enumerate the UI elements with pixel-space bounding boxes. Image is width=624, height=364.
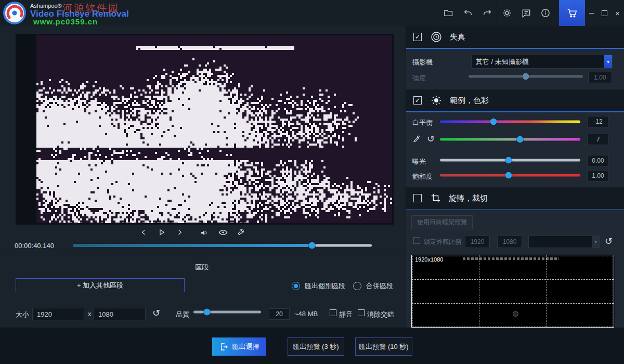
mute-label: 靜音 bbox=[339, 310, 353, 319]
undo-button[interactable] bbox=[458, 0, 477, 26]
cart-button[interactable] bbox=[559, 0, 585, 26]
maximize-icon bbox=[602, 10, 607, 16]
timeline-handle[interactable] bbox=[309, 242, 316, 249]
radio-merge-segments[interactable] bbox=[353, 282, 361, 290]
app-window: Ashampoo® Video Fisheye Removal www.pc03… bbox=[0, 0, 624, 364]
play-button[interactable] bbox=[157, 227, 166, 238]
strength-slider[interactable] bbox=[469, 72, 583, 80]
next-frame-button[interactable] bbox=[175, 227, 184, 238]
tint-slider[interactable] bbox=[440, 135, 580, 143]
volume-button[interactable] bbox=[200, 227, 210, 238]
adjustments-panel: ✓ 失真 攝影機 其它 / 未知攝影機 ▾ 強度 1.00 ✓ bbox=[406, 26, 624, 328]
undo-icon bbox=[463, 8, 473, 18]
feedback-button[interactable] bbox=[516, 0, 536, 26]
crop-height-input[interactable] bbox=[497, 236, 522, 248]
reset-size-icon[interactable]: ↺ bbox=[152, 308, 160, 318]
toolbar: × bbox=[438, 0, 624, 26]
camera-dropdown[interactable]: 其它 / 未知攝影機 ▾ bbox=[471, 55, 613, 69]
lock-aspect-checkbox[interactable] bbox=[413, 237, 420, 244]
grid-line-vertical bbox=[479, 255, 479, 327]
feedback-icon bbox=[521, 8, 531, 18]
resolution-label: 1920x1080 bbox=[413, 256, 445, 263]
radio-export-individual[interactable] bbox=[292, 282, 300, 290]
crop-checkbox[interactable] bbox=[413, 194, 422, 202]
strength-handle[interactable] bbox=[523, 73, 529, 80]
distortion-section-header: ✓ 失真 bbox=[406, 26, 624, 49]
exposure-slider[interactable] bbox=[440, 156, 580, 164]
timeline-slider[interactable] bbox=[73, 241, 372, 249]
crop-preset-dropdown[interactable]: ▾ bbox=[528, 236, 600, 248]
size-label: 大小 bbox=[16, 310, 29, 319]
export-bar: 匯出選擇 匯出預覽 (3 秒) 匯出預覽 (10 秒) bbox=[0, 328, 624, 364]
exposure-handle[interactable] bbox=[505, 157, 512, 163]
saturation-handle[interactable] bbox=[505, 172, 512, 178]
tools-button[interactable] bbox=[237, 227, 246, 238]
sun-icon bbox=[430, 94, 443, 107]
export-mode-radios: 匯出個別區段 合併區段 bbox=[292, 281, 393, 291]
saturation-label: 飽和度 bbox=[412, 172, 433, 181]
video-watermark-strip bbox=[463, 257, 559, 260]
check-icon: ✓ bbox=[415, 97, 420, 104]
strength-label: 強度 bbox=[412, 74, 426, 83]
video-preview-area bbox=[16, 34, 394, 225]
volume-icon bbox=[200, 228, 210, 238]
chevron-left-icon bbox=[139, 228, 149, 237]
gear-icon bbox=[502, 8, 512, 18]
crop-preview[interactable]: 1920x1080 bbox=[411, 255, 614, 328]
distortion-checkbox[interactable]: ✓ bbox=[413, 33, 422, 41]
tint-handle[interactable] bbox=[516, 136, 523, 142]
height-input[interactable] bbox=[94, 308, 146, 320]
export-preview-3s-button[interactable]: 匯出預覽 (3 秒) bbox=[288, 337, 344, 356]
previous-frame-button[interactable] bbox=[139, 227, 149, 238]
add-segment-label: 加入其他區段 bbox=[83, 281, 123, 289]
maximize-button[interactable] bbox=[598, 0, 611, 26]
deinterlace-checkbox[interactable] bbox=[358, 309, 365, 316]
camera-dropdown-value: 其它 / 未知攝影機 bbox=[472, 57, 604, 67]
open-folder-button[interactable] bbox=[438, 0, 458, 26]
watermark-stamp: 河源软件园 bbox=[62, 2, 120, 15]
mute-checkbox[interactable] bbox=[330, 309, 336, 316]
temperature-slider[interactable] bbox=[440, 118, 580, 125]
export-selected-label: 匯出選擇 bbox=[232, 342, 259, 352]
temperature-track[interactable] bbox=[440, 120, 580, 123]
export-preview-10s-button[interactable]: 匯出預覽 (10 秒) bbox=[355, 337, 412, 356]
merge-segments-label: 合併區段 bbox=[366, 281, 393, 291]
distortion-title: 失真 bbox=[450, 32, 465, 42]
minimize-button[interactable] bbox=[585, 0, 598, 26]
segments-label: 區段: bbox=[0, 263, 406, 272]
info-icon bbox=[540, 8, 551, 18]
redo-button[interactable] bbox=[477, 0, 497, 26]
preview-current-frame-button[interactable]: 使用目前框架預覽 bbox=[411, 215, 473, 229]
settings-button[interactable] bbox=[497, 0, 516, 26]
width-input[interactable] bbox=[32, 308, 84, 320]
color-section-header: ✓ 範例，色彩 bbox=[406, 89, 624, 112]
timeline-fill bbox=[73, 244, 312, 246]
color-checkbox[interactable]: ✓ bbox=[413, 96, 422, 105]
eyedropper-icon bbox=[412, 134, 422, 144]
dropdown-arrow-icon: ▾ bbox=[604, 55, 612, 68]
quality-value[interactable]: 20 bbox=[269, 308, 290, 320]
crop-width-input[interactable] bbox=[465, 236, 490, 248]
temperature-handle[interactable] bbox=[490, 118, 497, 125]
reset-white-balance-icon[interactable]: ↺ bbox=[427, 134, 435, 144]
check-icon: ✓ bbox=[415, 33, 420, 41]
watermark-url: www.pc0359.cn bbox=[33, 17, 98, 26]
playback-controls bbox=[0, 227, 385, 238]
quality-handle[interactable] bbox=[204, 308, 211, 315]
white-balance-picker-button[interactable] bbox=[412, 134, 422, 144]
quality-slider[interactable] bbox=[193, 308, 261, 316]
exposure-value: 0.00 bbox=[587, 155, 609, 166]
saturation-slider[interactable] bbox=[440, 171, 580, 179]
export-individual-label: 匯出個別區段 bbox=[305, 281, 345, 291]
play-icon bbox=[157, 228, 166, 237]
tint-track[interactable] bbox=[440, 138, 580, 140]
chevron-right-icon bbox=[175, 228, 184, 237]
add-segment-button[interactable]: + 加入其他區段 bbox=[16, 278, 185, 292]
white-balance-label: 白平衡 bbox=[412, 118, 433, 127]
export-selected-button[interactable]: 匯出選擇 bbox=[212, 337, 266, 356]
info-button[interactable] bbox=[536, 0, 555, 26]
close-button[interactable]: × bbox=[611, 0, 624, 26]
reset-crop-icon[interactable]: ↺ bbox=[605, 237, 613, 246]
wrench-icon bbox=[237, 228, 246, 237]
preview-toggle-button[interactable] bbox=[218, 227, 228, 238]
